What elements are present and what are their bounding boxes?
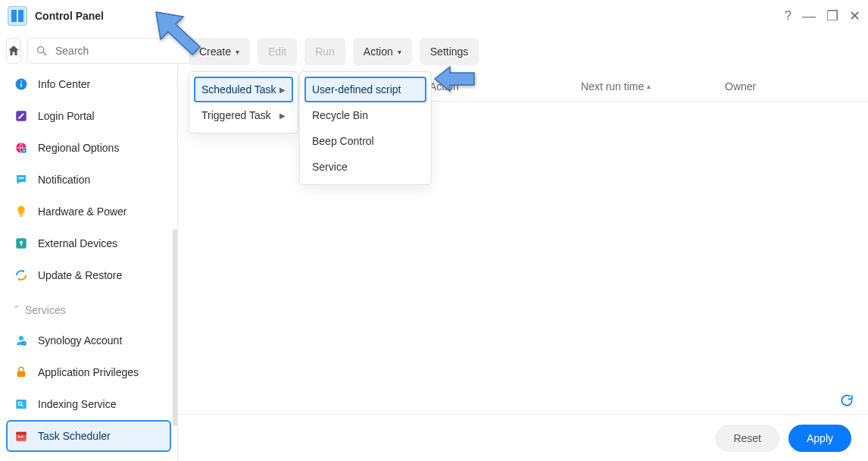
svg-rect-21 bbox=[21, 436, 23, 437]
index-icon bbox=[14, 397, 29, 412]
submenu-service[interactable]: Service bbox=[304, 154, 426, 180]
sidebar-item-regional-options[interactable]: Regional Options bbox=[6, 132, 171, 164]
sidebar-item-login-portal[interactable]: Login Portal bbox=[6, 100, 171, 132]
settings-button-label: Settings bbox=[430, 45, 469, 58]
sidebar-item-external-devices[interactable]: External Devices bbox=[6, 227, 171, 259]
help-button[interactable]: ? bbox=[785, 10, 792, 22]
chevron-right-icon: ▶ bbox=[279, 86, 286, 94]
svg-rect-19 bbox=[16, 432, 27, 434]
sidebar-item-label: Update & Restore bbox=[38, 269, 122, 281]
chat-icon bbox=[14, 172, 29, 187]
sidebar-item-info-center[interactable]: Info Center bbox=[6, 68, 171, 100]
globe-icon bbox=[14, 140, 29, 155]
scheduled-task-submenu: User-defined script Recycle Bin Beep Con… bbox=[299, 71, 432, 185]
svg-marker-22 bbox=[156, 12, 200, 55]
home-icon bbox=[7, 44, 20, 58]
action-button[interactable]: Action ▾ bbox=[353, 38, 412, 65]
app-icon bbox=[8, 6, 27, 26]
svg-rect-10 bbox=[20, 215, 23, 217]
svg-rect-20 bbox=[18, 436, 20, 437]
settings-button[interactable]: Settings bbox=[420, 38, 479, 65]
sidebar: Info Center Login Portal Regional Option… bbox=[0, 32, 178, 461]
edit-button-label: Edit bbox=[268, 45, 286, 58]
chevron-right-icon: ▶ bbox=[279, 111, 286, 120]
sidebar-item-label: Task Scheduler bbox=[38, 430, 111, 442]
menu-triggered-task[interactable]: Triggered Task ▶ bbox=[194, 102, 293, 128]
maximize-button[interactable]: ❐ bbox=[826, 9, 838, 23]
sidebar-item-label: Hardware & Power bbox=[38, 205, 127, 218]
chevron-up-icon: ˄ bbox=[14, 304, 19, 316]
lock-icon bbox=[14, 365, 29, 380]
run-button: Run bbox=[304, 38, 345, 65]
sidebar-item-label: Regional Options bbox=[38, 142, 119, 154]
sidebar-item-label: Notification bbox=[38, 174, 90, 186]
sidebar-item-application-privileges[interactable]: Application Privileges bbox=[6, 356, 171, 388]
home-button[interactable] bbox=[6, 38, 21, 64]
menu-scheduled-task[interactable]: Scheduled Task ▶ bbox=[194, 77, 293, 102]
sync-icon bbox=[14, 268, 29, 283]
sidebar-item-label: Indexing Service bbox=[38, 398, 117, 410]
submenu-beep-control[interactable]: Beep Control bbox=[304, 128, 426, 154]
sidebar-item-indexing-service[interactable]: Indexing Service bbox=[6, 388, 171, 420]
run-button-label: Run bbox=[315, 45, 335, 58]
sidebar-item-synology-account[interactable]: Synology Account bbox=[6, 325, 171, 356]
col-owner[interactable]: Owner bbox=[716, 80, 868, 93]
caret-down-icon: ▾ bbox=[236, 48, 239, 56]
submenu-user-defined-script[interactable]: User-defined script bbox=[304, 77, 426, 102]
sidebar-item-label: Login Portal bbox=[38, 110, 95, 122]
sidebar-item-label: External Devices bbox=[38, 237, 117, 249]
svg-rect-9 bbox=[18, 177, 24, 179]
svg-point-0 bbox=[38, 47, 44, 53]
menu-item-label: Scheduled Task bbox=[201, 83, 276, 96]
caret-down-icon: ▾ bbox=[398, 48, 401, 56]
sidebar-item-label: Application Privileges bbox=[38, 366, 139, 378]
info-icon bbox=[14, 77, 29, 92]
nav-list-services: Synology Account Application Privileges … bbox=[6, 325, 171, 452]
table-header: Action Next run time ▴ Owner bbox=[420, 71, 868, 102]
account-icon bbox=[14, 333, 29, 348]
minimize-button[interactable]: — bbox=[802, 9, 816, 23]
svg-marker-23 bbox=[435, 67, 474, 91]
sidebar-item-label: Info Center bbox=[38, 78, 90, 90]
bulb-icon bbox=[14, 204, 29, 219]
main-pane: Create ▾ Edit Run Action ▾ Settings bbox=[178, 32, 868, 461]
create-dropdown: Scheduled Task ▶ Triggered Task ▶ bbox=[189, 71, 298, 133]
menu-item-label: Beep Control bbox=[312, 135, 374, 147]
sidebar-item-label: Synology Account bbox=[38, 334, 122, 347]
reset-button[interactable]: Reset bbox=[715, 425, 779, 452]
svg-rect-3 bbox=[20, 83, 22, 87]
svg-rect-15 bbox=[16, 400, 27, 409]
search-icon bbox=[36, 45, 48, 57]
svg-rect-4 bbox=[20, 81, 22, 83]
menu-item-label: User-defined script bbox=[312, 83, 401, 96]
apply-button[interactable]: Apply bbox=[788, 425, 851, 452]
sidebar-scrollbar[interactable] bbox=[173, 229, 177, 426]
sidebar-item-notification[interactable]: Notification bbox=[6, 164, 171, 196]
menu-item-label: Recycle Bin bbox=[312, 109, 368, 121]
annotation-arrow-create bbox=[153, 3, 212, 58]
action-button-label: Action bbox=[364, 45, 393, 58]
window-title: Control Panel bbox=[35, 10, 104, 22]
svg-rect-14 bbox=[17, 372, 26, 378]
menu-item-label: Service bbox=[312, 161, 348, 173]
svg-point-12 bbox=[19, 336, 23, 340]
sidebar-item-hardware-power[interactable]: Hardware & Power bbox=[6, 196, 171, 227]
annotation-arrow-user-defined bbox=[432, 64, 477, 94]
sort-asc-icon: ▴ bbox=[647, 82, 651, 90]
close-button[interactable]: ✕ bbox=[849, 9, 860, 23]
refresh-button[interactable] bbox=[839, 393, 854, 408]
calendar-icon bbox=[14, 428, 29, 444]
nav-list-general: Info Center Login Portal Regional Option… bbox=[6, 68, 171, 291]
upload-icon bbox=[14, 236, 29, 251]
sidebar-item-task-scheduler[interactable]: Task Scheduler bbox=[6, 420, 171, 452]
section-services[interactable]: ˄ Services bbox=[6, 296, 171, 325]
svg-line-1 bbox=[43, 52, 46, 55]
section-header-label: Services bbox=[25, 304, 66, 316]
col-next-run-time[interactable]: Next run time ▴ bbox=[572, 80, 716, 93]
menu-item-label: Triggered Task bbox=[201, 109, 271, 121]
footer: Reset Apply bbox=[178, 414, 868, 461]
refresh-icon bbox=[839, 393, 854, 408]
submenu-recycle-bin[interactable]: Recycle Bin bbox=[304, 102, 426, 128]
edit-button: Edit bbox=[258, 38, 297, 65]
sidebar-item-update-restore[interactable]: Update & Restore bbox=[6, 259, 171, 291]
